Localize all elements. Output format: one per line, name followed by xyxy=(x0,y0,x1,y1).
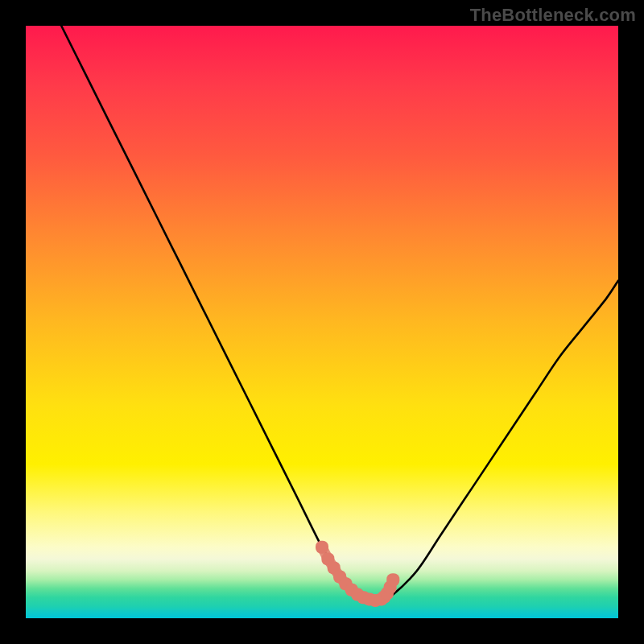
chart-frame xyxy=(26,26,618,618)
marker-dot xyxy=(386,573,399,586)
brand-watermark: TheBottleneck.com xyxy=(470,5,636,26)
markers-group xyxy=(316,541,399,607)
highlight-markers xyxy=(26,26,618,618)
marker-dot xyxy=(316,541,328,554)
